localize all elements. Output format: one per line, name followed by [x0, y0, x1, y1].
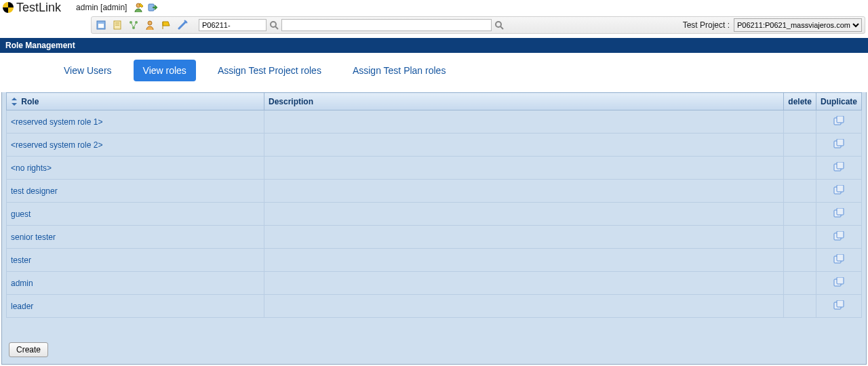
role-description: [264, 249, 784, 272]
duplicate-icon[interactable]: [833, 279, 844, 289]
table-row: tester: [7, 249, 862, 272]
requirements-icon[interactable]: [112, 20, 123, 30]
svg-rect-27: [837, 231, 844, 238]
svg-rect-21: [837, 162, 844, 169]
project-select[interactable]: P06211:P0621_massviajeros.com: [734, 18, 862, 32]
svg-rect-3: [98, 24, 104, 28]
duplicate-icon[interactable]: [833, 118, 844, 127]
role-link[interactable]: leader: [11, 302, 33, 311]
svg-rect-23: [837, 185, 844, 192]
duplicate-icon[interactable]: [833, 187, 844, 197]
duplicate-icon[interactable]: [833, 141, 844, 150]
delete-cell: [784, 203, 816, 226]
tabs: View Users View roles Assign Test Projec…: [0, 53, 868, 88]
duplicate-icon[interactable]: [833, 256, 844, 266]
table-row: <reserved system role 1>: [7, 110, 862, 134]
table-row: leader: [7, 295, 862, 318]
role-description: [264, 134, 784, 157]
role-link[interactable]: senior tester: [11, 232, 56, 242]
role-link[interactable]: <reserved system role 1>: [11, 117, 102, 127]
role-description: [264, 203, 784, 226]
role-description: [264, 110, 784, 134]
sort-icon[interactable]: [11, 98, 18, 106]
topbar: TestLink admin [admin]: [0, 0, 868, 15]
tab-assign-project-roles[interactable]: Assign Test Project roles: [208, 60, 331, 81]
role-link[interactable]: admin: [11, 279, 33, 288]
svg-point-10: [148, 21, 152, 25]
table-row: test designer: [7, 180, 862, 203]
svg-rect-29: [837, 254, 844, 261]
tab-view-roles[interactable]: View roles: [134, 60, 196, 81]
col-header-duplicate: Duplicate: [816, 93, 861, 110]
app-name: TestLink: [16, 1, 61, 15]
role-description: [264, 157, 784, 180]
delete-cell: [784, 157, 816, 180]
role-description: [264, 295, 784, 318]
role-link[interactable]: <no rights>: [11, 163, 52, 173]
delete-cell: [784, 295, 816, 318]
delete-cell: [784, 226, 816, 249]
search-icon[interactable]: [494, 20, 504, 30]
home-icon[interactable]: [96, 20, 106, 30]
role-link[interactable]: guest: [11, 209, 31, 219]
project-label: Test Project :: [683, 20, 730, 30]
role-description: [264, 272, 784, 295]
role-link[interactable]: tester: [11, 256, 31, 265]
main-toolbar: Test Project : P06211:P0621_massviajeros…: [91, 16, 865, 34]
duplicate-icon[interactable]: [833, 302, 844, 312]
col-header-delete: delete: [784, 93, 816, 110]
col-header-role[interactable]: Role: [7, 93, 264, 110]
duplicate-icon[interactable]: [833, 164, 844, 174]
delete-cell: [784, 110, 816, 134]
delete-cell: [784, 180, 816, 203]
role-link[interactable]: test designer: [11, 186, 58, 196]
tab-assign-plan-roles[interactable]: Assign Test Plan roles: [343, 60, 455, 81]
table-row: admin: [7, 272, 862, 295]
plugins-icon[interactable]: [177, 20, 188, 30]
quick-search-input[interactable]: [199, 19, 267, 31]
events-icon[interactable]: [161, 20, 172, 30]
user-label: admin [admin]: [76, 3, 127, 12]
svg-point-12: [271, 22, 276, 27]
role-description: [264, 226, 784, 249]
svg-rect-25: [837, 208, 844, 215]
svg-line-15: [500, 26, 503, 29]
table-row: <reserved system role 2>: [7, 134, 862, 157]
svg-rect-31: [837, 277, 844, 284]
duplicate-icon[interactable]: [833, 233, 844, 243]
duplicate-icon[interactable]: [833, 210, 844, 220]
user-edit-icon[interactable]: [134, 2, 144, 13]
svg-rect-17: [837, 116, 844, 123]
delete-cell: [784, 134, 816, 157]
logo-icon: [3, 2, 14, 13]
logout-icon[interactable]: [147, 2, 158, 13]
role-description: [264, 180, 784, 203]
roles-table: Role Description delete Duplicate <reser…: [6, 92, 862, 318]
project-selector-area: Test Project : P06211:P0621_massviajeros…: [683, 18, 862, 32]
table-row: <no rights>: [7, 157, 862, 180]
table-row: senior tester: [7, 226, 862, 249]
test-spec-icon[interactable]: [128, 20, 139, 30]
table-row: guest: [7, 203, 862, 226]
delete-cell: [784, 249, 816, 272]
svg-rect-19: [837, 139, 844, 146]
content-panel: Role Description delete Duplicate <reser…: [1, 92, 867, 365]
search-icon[interactable]: [269, 20, 279, 30]
create-button[interactable]: Create: [9, 342, 48, 357]
col-header-description[interactable]: Description: [264, 93, 784, 110]
delete-cell: [784, 272, 816, 295]
role-link[interactable]: <reserved system role 2>: [11, 140, 102, 150]
svg-line-13: [275, 26, 278, 29]
users-icon[interactable]: [144, 20, 155, 30]
tab-view-users[interactable]: View Users: [54, 60, 121, 81]
svg-point-14: [496, 22, 501, 27]
svg-rect-33: [837, 300, 844, 307]
app-logo[interactable]: TestLink: [3, 1, 61, 15]
full-search-input[interactable]: [281, 19, 492, 31]
page-title: Role Management: [0, 38, 868, 53]
